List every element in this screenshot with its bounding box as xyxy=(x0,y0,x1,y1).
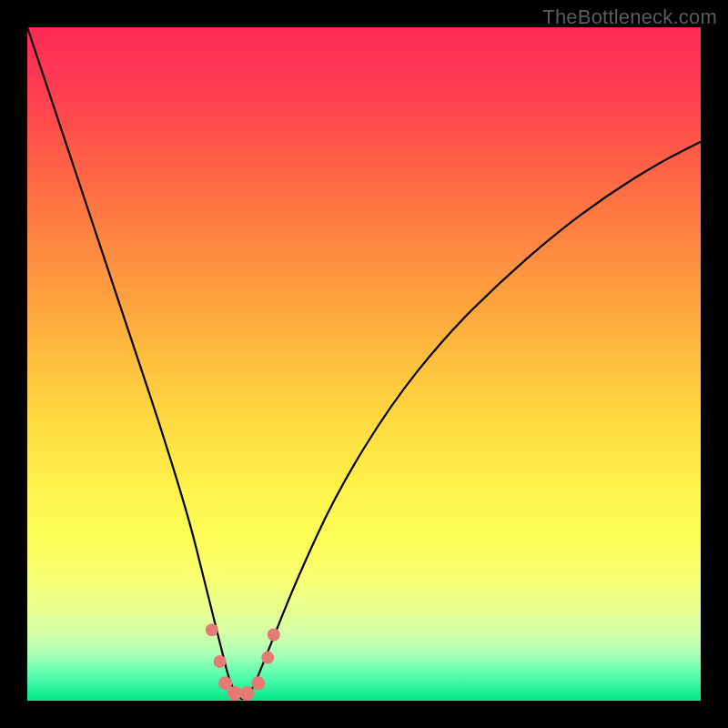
chart-frame: TheBottleneck.com xyxy=(0,0,728,728)
curve-marker xyxy=(268,629,280,642)
bottleneck-curve xyxy=(27,27,701,699)
curve-marker xyxy=(251,676,265,690)
curve-marker xyxy=(239,686,254,701)
curve-markers xyxy=(206,623,280,701)
curve-marker xyxy=(214,655,227,668)
curve-svg xyxy=(27,27,701,701)
watermark-text: TheBottleneck.com xyxy=(542,5,717,29)
curve-marker xyxy=(261,652,274,664)
plot-area xyxy=(27,27,701,701)
curve-marker xyxy=(206,623,218,636)
